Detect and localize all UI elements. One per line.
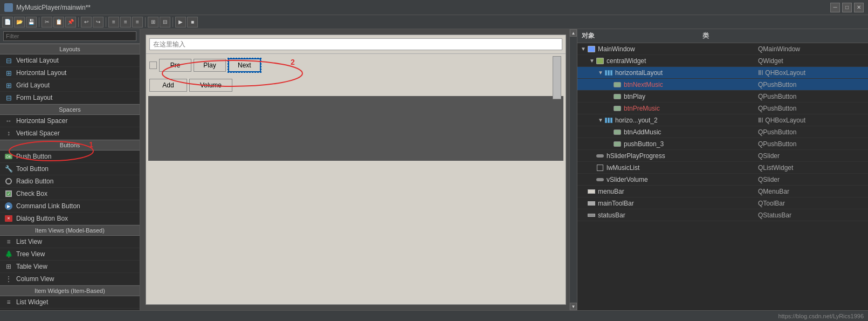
add-button[interactable]: Add	[149, 79, 187, 92]
expand-hsliderplayprogress	[588, 152, 596, 160]
scroll-down-button[interactable]: ▼	[570, 303, 577, 310]
tree-item-lwmusiclist[interactable]: lwMusicList QListWidget	[577, 162, 868, 174]
tree-item-btnnextmusic[interactable]: btnNextMusic QPushButton	[577, 79, 868, 91]
category-item-views: Item Views (Model-Based)	[0, 225, 140, 236]
tree-item-maintoolbar[interactable]: mainToolBar QToolBar	[577, 197, 868, 209]
sidebar-item-vertical-spacer[interactable]: ↕ Vertical Spacer	[0, 127, 140, 140]
undo-button[interactable]: ↩	[81, 17, 92, 28]
btnnextmusic-type: QPushButton	[758, 81, 866, 88]
expand-mainwindow[interactable]: ▼	[580, 45, 587, 53]
new-button[interactable]: 📄	[2, 17, 13, 28]
canvas-area: 2 Pre Play Next Add Volume	[140, 29, 577, 310]
mainwindow-name: MainWindow	[598, 45, 758, 53]
sidebar-item-table-view[interactable]: ⊞ Table View	[0, 261, 140, 273]
widget-box: Layouts ⊟ Vertical Layout ⊞ Horizontal L…	[0, 29, 140, 310]
pre-button[interactable]: Pre	[159, 59, 191, 72]
sidebar-item-dialog-button-box[interactable]: ✕ Dialog Button Box	[0, 213, 140, 225]
paste-button[interactable]: 📌	[65, 17, 76, 28]
toolbar-separator-5	[173, 17, 173, 27]
sidebar-item-list-widget[interactable]: ≡ List Widget	[0, 296, 140, 309]
form-layout-icon: ⊟	[4, 93, 13, 102]
menubar-icon	[587, 187, 596, 196]
sidebar-item-form-layout[interactable]: ⊟ Form Layout	[0, 92, 140, 104]
vertical-slider[interactable]	[553, 56, 561, 99]
toolbar-separator-3	[106, 17, 106, 27]
sidebar-item-push-button[interactable]: OK Push Button	[0, 151, 140, 163]
close-button[interactable]: ✕	[854, 3, 864, 12]
maximize-button[interactable]: □	[842, 3, 852, 12]
filter-input[interactable]	[3, 31, 136, 41]
cut-button[interactable]: ✂	[42, 17, 52, 28]
align-left-button[interactable]: ≡	[108, 17, 119, 28]
play-button[interactable]: ▶	[175, 17, 186, 28]
svg-text:2: 2	[291, 58, 295, 66]
sidebar-item-command-link-button[interactable]: ▶ Command Link Button	[0, 200, 140, 213]
sidebar-item-column-view[interactable]: ⋮ Column View	[0, 273, 140, 285]
vertical-spacer-icon: ↕	[4, 129, 13, 138]
url-text: https://blog.csdn.net/LyRics1996	[778, 313, 864, 319]
sidebar-item-list-view[interactable]: ≡ List View	[0, 236, 140, 248]
tree-item-btnpremusic[interactable]: btnPreMusic QPushButton	[577, 103, 868, 114]
form-widget[interactable]: 2 Pre Play Next Add Volume	[146, 35, 566, 305]
btnpremusic-type: QPushButton	[758, 105, 866, 112]
tree-item-hsliderplayprogress[interactable]: hSliderPlayProgress QSlider	[577, 150, 868, 162]
tree-item-btnaddmusic[interactable]: btnAddMusic QPushButton	[577, 126, 868, 138]
tree-item-vslidervolume[interactable]: vSliderVolume QSlider	[577, 174, 868, 186]
list-widget-label: List Widget	[16, 298, 48, 306]
tree-item-horizontallayout[interactable]: ▼ horizontalLayout ⅡⅠ QHBoxLayout	[577, 67, 868, 79]
align-right-button[interactable]: ≡	[132, 17, 143, 28]
tree-view-icon: 🌲	[4, 250, 13, 258]
menubar-name: menuBar	[598, 188, 758, 195]
filter-bar	[0, 29, 140, 44]
expand-centralwidget[interactable]: ▼	[588, 57, 596, 65]
sidebar-item-grid-layout[interactable]: ⊞ Grid Layout	[0, 79, 140, 92]
form-button-row-1: 2 Pre Play Next	[146, 54, 566, 77]
scroll-track	[570, 37, 577, 303]
sidebar-item-vertical-layout[interactable]: ⊟ Vertical Layout	[0, 54, 140, 67]
form-button[interactable]: ⊟	[160, 17, 170, 28]
push-button-icon: OK	[4, 152, 13, 161]
minimize-button[interactable]: ─	[830, 3, 840, 12]
open-button[interactable]: 📂	[14, 17, 25, 28]
save-button[interactable]: 💾	[26, 17, 37, 28]
volume-button[interactable]: Volume	[189, 79, 232, 92]
expand-statusbar	[580, 211, 587, 219]
stop-button[interactable]: ■	[187, 17, 198, 28]
grid-button[interactable]: ⊞	[148, 17, 159, 28]
sidebar-item-horizontal-spacer[interactable]: ↔ Horizontal Spacer	[0, 115, 140, 127]
scroll-up-button[interactable]: ▲	[570, 29, 577, 37]
next-button[interactable]: Next	[228, 58, 261, 72]
copy-button[interactable]: 📋	[53, 17, 64, 28]
redo-button[interactable]: ↪	[93, 17, 104, 28]
radio-button-label: Radio Button	[16, 177, 53, 185]
tree-item-mainwindow[interactable]: ▼ MainWindow QMainWindow	[577, 43, 868, 55]
btnpremusic-icon	[613, 104, 622, 113]
maintoolbar-icon	[587, 199, 596, 208]
sidebar-item-check-box[interactable]: ✓ Check Box	[0, 188, 140, 200]
tree-item-menubar[interactable]: menuBar QMenuBar	[577, 186, 868, 197]
tree-item-pushbutton3[interactable]: pushButton_3 QPushButton	[577, 138, 868, 150]
btnaddmusic-icon	[613, 128, 622, 136]
vertical-layout-icon: ⊟	[4, 56, 13, 65]
expand-horizontallayout2[interactable]: ▼	[597, 117, 604, 124]
sidebar-item-tree-view[interactable]: 🌲 Tree View	[0, 248, 140, 261]
align-center-button[interactable]: ≡	[120, 17, 131, 28]
tree-item-centralwidget[interactable]: ▼ centralWidget QWidget	[577, 55, 868, 67]
tree-item-btnplay[interactable]: btnPlay QPushButton	[577, 91, 868, 103]
sidebar-item-tool-button[interactable]: 🔧 Tool Button	[0, 163, 140, 175]
expand-lwmusiclist	[588, 164, 596, 172]
expand-btnpremusic	[605, 105, 613, 112]
tree-item-horizontallayout2[interactable]: ▼ horizo...yout_2 ⅡⅠ QHBoxLayout	[577, 114, 868, 126]
canvas-scrollbar[interactable]: ▲ ▼	[569, 29, 577, 310]
sidebar-item-radio-button[interactable]: Radio Button	[0, 175, 140, 188]
play-button[interactable]: Play	[194, 59, 226, 72]
form-checkbox-1[interactable]	[149, 62, 157, 69]
tree-item-statusbar[interactable]: statusBar QStatusBar	[577, 209, 868, 221]
sidebar-item-horizontal-layout[interactable]: ⊞ Horizontal Layout	[0, 67, 140, 79]
expand-horizontallayout[interactable]: ▼	[597, 69, 604, 77]
category-spacers: Spacers	[0, 104, 140, 115]
maintoolbar-name: mainToolBar	[598, 200, 758, 207]
expand-vslidervolume	[588, 176, 596, 183]
form-title-input[interactable]	[149, 38, 562, 50]
horizontallayout2-type: ⅡⅠ QHBoxLayout	[758, 117, 866, 124]
